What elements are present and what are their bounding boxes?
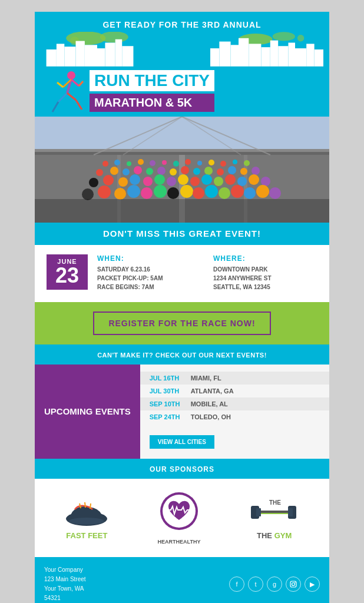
header-content: RUN THE CITY MARATHON & 5K [41,69,323,117]
svg-rect-14 [122,46,133,67]
sponsors-title: OUR SPONSORS [150,465,214,473]
svg-line-35 [71,79,79,86]
facebook-icon[interactable]: f [229,577,244,592]
svg-point-57 [209,160,214,165]
marathon-title: MARATHON & 5K [90,94,214,112]
svg-point-61 [96,169,103,176]
svg-point-98 [193,187,204,199]
svg-point-55 [185,159,191,165]
svg-rect-18 [239,38,249,67]
svg-point-119 [294,582,296,583]
youtube-icon[interactable]: ▶ [305,577,320,592]
company-city-state: Your Town, WA [44,584,86,594]
svg-point-104 [269,187,281,199]
when-detail-3: RACE BEGINS: 7AM [97,284,201,290]
svg-point-58 [220,161,226,167]
company-info: Your Company 123 Main Street Your Town, … [44,565,86,603]
where-detail-2: 1234 ANYWHERE ST [213,275,317,281]
svg-point-75 [89,178,98,187]
svg-rect-16 [219,42,230,67]
svg-line-30 [52,102,58,112]
svg-rect-10 [85,45,97,66]
svg-rect-11 [97,48,105,67]
svg-rect-20 [261,47,270,67]
event-location-4: TOLEDO, OH [191,413,231,420]
svg-rect-21 [270,41,278,67]
email-container: GET READY FOR THE 3RD ANNUAL [35,12,329,603]
gym-name: THE GYM [257,530,292,541]
register-button[interactable]: REGISTER FOR THE RACE NOW! [93,312,270,335]
svg-point-1 [100,32,128,42]
when-detail-2: PACKET PICK-UP: 5AM [97,275,201,281]
cant-make-banner: CAN'T MAKE IT? CHECK OUT OUR NEXT EVENTS… [35,344,329,365]
svg-point-97 [180,185,193,198]
when-label: WHEN: [97,254,201,263]
header-top-text: GET READY FOR THE 3RD ANNUAL [41,20,323,29]
heart-healthy-icon [155,491,203,535]
company-address1: 123 Main Street [44,575,86,584]
event-row-4: SEP 24TH TOLEDO, OH [150,410,320,423]
svg-point-5 [297,35,305,42]
svg-point-76 [103,175,114,185]
svg-point-66 [157,167,166,175]
instagram-icon[interactable] [286,577,301,592]
svg-rect-15 [210,48,219,67]
svg-rect-6 [47,49,57,67]
register-section: REGISTER FOR THE RACE NOW! [35,302,329,344]
hero-image [35,117,329,223]
svg-point-81 [167,177,176,186]
svg-point-85 [214,177,223,186]
svg-rect-12 [105,42,115,66]
when-where: WHEN: SATURDAY 6.23.16 PACKET PICK-UP: 5… [97,254,317,293]
twitter-icon[interactable]: t [248,577,263,592]
svg-point-84 [201,174,212,185]
event-date-4: SEP 24TH [150,413,191,420]
upcoming-section: UPCOMING EVENTS JUL 16TH MIAMI, FL JUL 3… [35,365,329,459]
svg-line-29 [58,93,67,102]
run-city-title: RUN THE CITY [94,71,210,90]
sponsor-heart-healthy: HEARTHEALTHY [155,491,203,545]
svg-point-79 [143,177,153,186]
svg-rect-13 [115,39,123,67]
event-location-2: ATLANTA, GA [191,387,234,395]
svg-point-100 [219,187,230,199]
runner-icon [47,69,85,117]
hero-runners-svg [35,117,329,223]
svg-point-96 [167,187,179,199]
googleplus-icon[interactable]: g [267,577,282,592]
svg-point-78 [130,174,140,185]
event-location-1: MIAMI, FL [191,375,221,382]
svg-rect-19 [249,44,261,66]
sponsor-fast-feet: FAST FEET [63,496,110,540]
event-date-1: JUL 16TH [150,375,191,382]
when-column: WHEN: SATURDAY 6.23.16 PACKET PICK-UP: 5… [97,254,201,293]
events-table: JUL 16TH MIAMI, FL JUL 30TH ATLANTA, GA … [140,365,329,459]
svg-point-51 [138,159,144,165]
event-details: JUNE 23 WHEN: SATURDAY 6.23.16 PACKET PI… [35,245,329,302]
heart-healthy-name: HEARTHEALTHY [158,537,201,545]
svg-point-73 [240,168,247,175]
svg-rect-37 [35,117,329,152]
svg-rect-114 [288,508,293,516]
social-icons: f t g ▶ [229,577,320,592]
svg-point-103 [256,185,269,198]
svg-point-67 [170,168,177,175]
svg-point-62 [110,167,118,175]
svg-rect-24 [295,48,306,67]
svg-point-80 [154,174,165,185]
footer-company: Your Company 123 Main Street Your Town, … [35,557,329,603]
sponsor-gym: THE THE GYM [248,495,301,541]
header: GET READY FOR THE 3RD ANNUAL [35,12,329,117]
dont-miss-banner: DON'T MISS THIS GREAT EVENT! [35,223,329,245]
svg-rect-17 [231,45,239,66]
fast-feet-shoe-icon [63,496,110,529]
svg-point-59 [233,160,237,164]
svg-rect-9 [76,41,85,67]
svg-point-89 [261,177,270,186]
svg-point-50 [127,161,131,166]
svg-rect-23 [288,42,295,66]
upcoming-label: UPCOMING EVENTS [35,365,140,459]
view-all-button[interactable]: VIEW ALL CITIES [150,435,214,449]
svg-point-101 [231,185,244,198]
event-date-3: SEP 10TH [150,400,191,407]
